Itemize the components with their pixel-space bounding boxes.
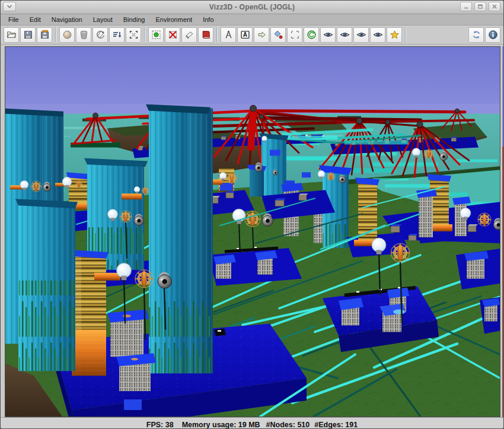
toolbar-visibility-eye-1-button[interactable] <box>320 27 336 43</box>
toolbar-separator <box>144 27 145 42</box>
menu-file[interactable]: File <box>3 15 24 24</box>
move-node-icon <box>273 30 283 40</box>
toolbar-about-info-button[interactable] <box>485 27 500 43</box>
window-controls <box>460 2 500 11</box>
fps-counter: FPS: 38 <box>146 421 174 429</box>
minimize-icon <box>463 4 469 9</box>
menu-bar: FileEditNavigationLayoutBindingEnvironme… <box>1 14 503 26</box>
memory-usage: Memory usage: 19 MB <box>182 421 260 429</box>
toolbar-select-area-button[interactable] <box>287 27 302 43</box>
toolbar-visibility-eye-3-button[interactable] <box>353 27 369 43</box>
toolbar-remove-node-button[interactable] <box>165 27 180 43</box>
gray-tower <box>419 195 433 237</box>
fit-to-screen-icon <box>129 30 139 40</box>
paint-swirl-icon <box>95 30 106 40</box>
step-forward-icon <box>257 30 267 40</box>
toolbar-open-file-button[interactable] <box>4 27 19 43</box>
create-sphere-icon <box>62 30 72 40</box>
sort-layers-icon <box>112 30 122 40</box>
toolbar-paint-swirl-button[interactable] <box>92 27 108 43</box>
toolbar-toggle-labels-button[interactable]: A <box>237 27 253 43</box>
maximize-icon <box>477 4 483 9</box>
about-info-icon <box>488 30 498 40</box>
viewport-frame <box>1 45 503 417</box>
cyan-tower-tall-center <box>146 104 213 374</box>
window-title: Vizz3D - OpenGL (JOGL) <box>209 3 295 11</box>
toolbar-add-node-button[interactable] <box>148 27 164 43</box>
manual-book-icon <box>201 30 211 40</box>
toolbar-visibility-eye-2-button[interactable] <box>337 27 352 43</box>
toolbar-reset-view-clock-button[interactable] <box>304 27 319 43</box>
menu-binding[interactable]: Binding <box>118 15 151 24</box>
toolbar-delete-trash-button[interactable] <box>76 27 91 43</box>
menu-environment[interactable]: Environment <box>150 15 197 24</box>
toolbar-create-sphere-button[interactable] <box>59 27 75 43</box>
toolbar-move-node-button[interactable] <box>270 27 286 43</box>
office-building <box>116 353 156 391</box>
toggle-labels-icon: A <box>240 30 250 40</box>
toolbar-reload-refresh-button[interactable] <box>468 27 484 43</box>
toolbar-separator <box>55 27 56 42</box>
remove-node-icon <box>168 30 178 40</box>
select-area-icon <box>290 30 300 40</box>
add-node-icon <box>151 30 161 40</box>
toolbar-group-2 <box>59 27 142 43</box>
visibility-eye-3-icon <box>356 30 366 40</box>
close-icon <box>492 4 497 9</box>
close-button[interactable] <box>489 2 500 11</box>
reset-view-clock-icon <box>307 30 317 40</box>
visibility-eye-4-icon <box>373 30 383 40</box>
toolbar-favorites-star-button[interactable] <box>387 27 402 43</box>
toolbar-save-file-as-button[interactable] <box>37 27 52 43</box>
measure-compass-icon <box>224 30 234 40</box>
toolbar-measure-compass-button[interactable] <box>221 27 236 43</box>
toolbar-group-1 <box>3 27 53 43</box>
save-file-icon <box>23 30 33 40</box>
menu-info[interactable]: Info <box>197 15 219 24</box>
cyan-tower-streaked-front <box>15 199 78 371</box>
vizz3d-scene <box>5 47 500 417</box>
toolbar-separator <box>216 27 218 42</box>
reload-refresh-icon <box>471 30 481 40</box>
delete-trash-icon <box>79 30 89 40</box>
gold-tower <box>358 182 377 243</box>
toolbar-visibility-eye-4-button[interactable] <box>370 27 385 43</box>
toolbar-group-3 <box>148 27 214 43</box>
favorites-star-icon <box>390 30 400 40</box>
visibility-eye-2-icon <box>340 30 350 40</box>
toolbar-eraser-button[interactable] <box>181 27 197 43</box>
menu-layout[interactable]: Layout <box>88 15 118 24</box>
minimize-button[interactable] <box>460 2 472 11</box>
open-file-icon <box>7 30 17 40</box>
toolbar-step-forward-button[interactable] <box>254 27 269 43</box>
menu-navigation[interactable]: Navigation <box>46 15 88 24</box>
toolbar: A <box>1 26 503 45</box>
screen-edge-artifact <box>502 46 503 417</box>
visibility-eye-1-icon <box>323 30 333 40</box>
toolbar-sort-layers-button[interactable] <box>109 27 125 43</box>
eraser-icon <box>184 30 194 40</box>
svg-text:A: A <box>243 31 247 38</box>
save-file-as-icon <box>40 30 50 40</box>
toolbar-save-file-button[interactable] <box>20 27 36 43</box>
toolbar-group-4: A <box>220 27 403 43</box>
opengl-3d-viewport[interactable] <box>5 46 500 417</box>
node-count: #Nodes: 510 <box>266 421 310 429</box>
edge-count: #Edges: 191 <box>314 421 358 429</box>
maximize-button[interactable] <box>474 2 486 11</box>
status-bar: FPS: 38 Memory usage: 19 MB #Nodes: 510 … <box>1 417 503 429</box>
toolbar-right-group <box>468 27 501 43</box>
app-window: Vizz3D - OpenGL (JOGL) FileEditNavigatio… <box>0 0 504 429</box>
toolbar-fit-to-screen-button[interactable] <box>126 27 141 43</box>
window-menu-button[interactable] <box>3 2 16 11</box>
toolbar-manual-book-button[interactable] <box>198 27 213 43</box>
office-building <box>107 310 149 357</box>
title-bar: Vizz3D - OpenGL (JOGL) <box>1 1 503 14</box>
chevron-down-icon <box>7 4 12 9</box>
toolbar-separator <box>405 27 406 42</box>
menu-edit[interactable]: Edit <box>24 15 46 24</box>
